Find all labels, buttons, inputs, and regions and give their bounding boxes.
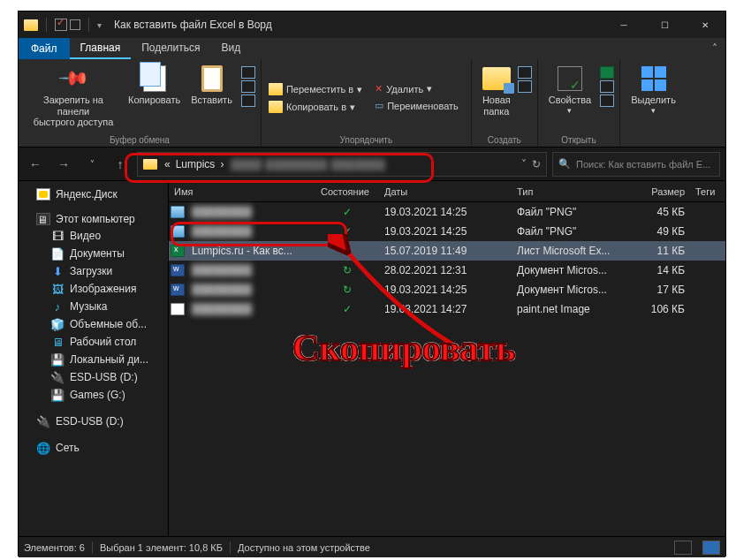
tree-yandex-disk[interactable]: Яндекс.Диск — [19, 186, 168, 202]
ribbon-collapse-icon[interactable]: ˄ — [704, 38, 725, 59]
crumb-blurred: ████ ████████ ███████ — [231, 159, 514, 170]
new-item-icon[interactable] — [518, 66, 532, 79]
cut-icon[interactable] — [241, 66, 255, 79]
up-button[interactable]: ↑ — [109, 153, 132, 176]
network-icon: 🌐 — [36, 441, 50, 455]
tree-network[interactable]: 🌐Сеть — [19, 439, 168, 457]
qat-new-folder-icon[interactable] — [70, 19, 80, 30]
copy-path-icon[interactable] — [241, 80, 255, 93]
chevron-right-icon[interactable]: › — [220, 158, 224, 170]
file-size: 106 КБ — [621, 303, 690, 315]
file-row[interactable]: ████████✓19.03.2021 14:25Файл "PNG"49 КБ — [169, 222, 725, 241]
file-type: Документ Micros... — [512, 264, 621, 276]
move-to-button[interactable]: Переместить в▾ — [267, 82, 364, 96]
qat-dropdown-icon[interactable]: ▾ — [97, 20, 102, 30]
pc-icon: 🖥 — [36, 213, 50, 225]
file-name: Lumpics.ru - Как вс... — [186, 245, 315, 257]
file-date: 19.03.2021 14:25 — [379, 206, 512, 218]
tab-share[interactable]: Поделиться — [131, 38, 210, 59]
file-size: 17 КБ — [621, 284, 690, 296]
delete-button[interactable]: ✕Удалить▾ — [373, 82, 460, 95]
maximize-button[interactable]: ☐ — [644, 11, 685, 38]
status-count: Элементов: 6 — [24, 542, 85, 553]
window-title: Как вставить файл Excel в Ворд — [107, 19, 603, 31]
file-type: Файл "PNG" — [512, 225, 621, 238]
music-icon: ♪ — [50, 299, 64, 314]
file-name: ████████ — [186, 303, 315, 315]
file-state: ✓ — [315, 245, 379, 257]
tree-videos[interactable]: 🎞Видео — [19, 227, 168, 245]
move-icon — [269, 83, 283, 95]
crumb-lumpics[interactable]: Lumpics — [176, 158, 216, 170]
file-row[interactable]: Lumpics.ru - Как вс...✓15.07.2019 11:49Л… — [169, 241, 725, 261]
file-date: 19.03.2021 14:25 — [379, 225, 512, 238]
disk-icon: 💾 — [50, 352, 64, 367]
col-size[interactable]: Размер — [621, 186, 690, 197]
file-size: 49 КБ — [621, 225, 690, 238]
copy-button[interactable]: Копировать — [123, 63, 186, 133]
pin-button[interactable]: 📌 Закрепить на панели быстрого доступа — [24, 63, 123, 133]
col-tags[interactable]: Теги — [690, 186, 725, 197]
status-availability: Доступно на этом устройстве — [238, 542, 370, 553]
copy-to-button[interactable]: Копировать в▾ — [267, 100, 364, 114]
tree-images[interactable]: 🖼Изображения — [19, 280, 168, 298]
file-row[interactable]: ████████↻19.03.2021 14:25Документ Micros… — [169, 280, 725, 299]
qat-properties-icon[interactable] — [55, 19, 67, 31]
col-date[interactable]: Даты — [379, 186, 512, 197]
new-folder-button[interactable]: Новая папка — [477, 63, 516, 133]
tree-games-g[interactable]: 💾Games (G:) — [19, 386, 168, 404]
address-bar[interactable]: « Lumpics › ████ ████████ ███████ ˅ ↻ — [137, 152, 547, 177]
nav-tree[interactable]: Яндекс.Диск 🖥Этот компьютер 🎞Видео 📄Доку… — [19, 181, 169, 536]
file-type: Документ Micros... — [512, 284, 621, 296]
view-icons-button[interactable] — [702, 541, 720, 555]
status-selected: Выбран 1 элемент: 10,8 КБ — [100, 542, 223, 553]
select-icon — [641, 66, 666, 91]
tree-music[interactable]: ♪Музыка — [19, 298, 168, 315]
easy-access-icon[interactable] — [518, 80, 532, 93]
file-row[interactable]: ████████↻28.02.2021 12:31Документ Micros… — [169, 261, 725, 280]
tree-this-pc[interactable]: 🖥Этот компьютер — [19, 211, 168, 227]
annotation-text: Скопировать — [292, 327, 515, 369]
delete-icon: ✕ — [375, 83, 383, 95]
tree-esd-usb-d[interactable]: 🔌ESD-USB (D:) — [19, 368, 168, 386]
new-folder-icon — [482, 67, 511, 90]
tree-esd-usb-d-root[interactable]: 🔌ESD-USB (D:) — [19, 412, 168, 430]
open-icon[interactable] — [600, 66, 614, 79]
tree-local-disk[interactable]: 💾Локальный ди... — [19, 351, 168, 368]
file-row[interactable]: ████████✓19.03.2021 14:27paint.net Image… — [169, 299, 725, 319]
view-details-button[interactable] — [674, 541, 692, 555]
col-type[interactable]: Тип — [512, 186, 621, 197]
xls-file-icon — [171, 245, 185, 257]
back-button[interactable]: ← — [24, 153, 47, 176]
rename-button[interactable]: ▭Переименовать — [373, 99, 460, 112]
history-icon[interactable] — [600, 95, 614, 107]
group-create-label: Создать — [477, 133, 532, 147]
tree-3d[interactable]: 🧊Объемные об... — [19, 315, 168, 333]
ribbon-tabs: Файл Главная Поделиться Вид ˄ — [19, 38, 725, 59]
address-dropdown-icon[interactable]: ˅ — [521, 158, 527, 170]
col-name[interactable]: Имя — [169, 186, 315, 197]
tree-downloads[interactable]: ⬇Загрузки — [19, 262, 168, 280]
forward-button[interactable]: → — [52, 153, 75, 176]
paste-button[interactable]: Вставить — [186, 63, 238, 133]
paste-shortcut-icon[interactable] — [241, 95, 255, 107]
column-headers[interactable]: Имя Состояние Даты Тип Размер Теги — [169, 181, 725, 202]
file-size: 14 КБ — [621, 264, 690, 276]
file-row[interactable]: ████████✓19.03.2021 14:25Файл "PNG"45 КБ — [169, 202, 725, 222]
documents-icon: 📄 — [50, 246, 64, 261]
select-button[interactable]: Выделить▾ — [626, 63, 681, 133]
refresh-icon[interactable]: ↻ — [532, 158, 541, 170]
tree-documents[interactable]: 📄Документы — [19, 245, 168, 262]
properties-button[interactable]: Свойства▾ — [543, 63, 596, 133]
tab-view[interactable]: Вид — [210, 38, 251, 59]
tab-home[interactable]: Главная — [70, 38, 132, 59]
close-button[interactable]: ✕ — [685, 11, 725, 38]
minimize-button[interactable]: ─ — [603, 11, 644, 38]
edit-icon[interactable] — [600, 80, 614, 93]
col-state[interactable]: Состояние — [315, 186, 379, 197]
tab-file[interactable]: Файл — [19, 38, 70, 59]
file-name: ████████ — [186, 284, 315, 296]
history-dropdown[interactable]: ˅ — [80, 153, 103, 176]
search-box[interactable]: 🔍 Поиск: Как вставить файл E... — [552, 152, 720, 177]
tree-desktop[interactable]: 🖥Рабочий стол — [19, 333, 168, 351]
